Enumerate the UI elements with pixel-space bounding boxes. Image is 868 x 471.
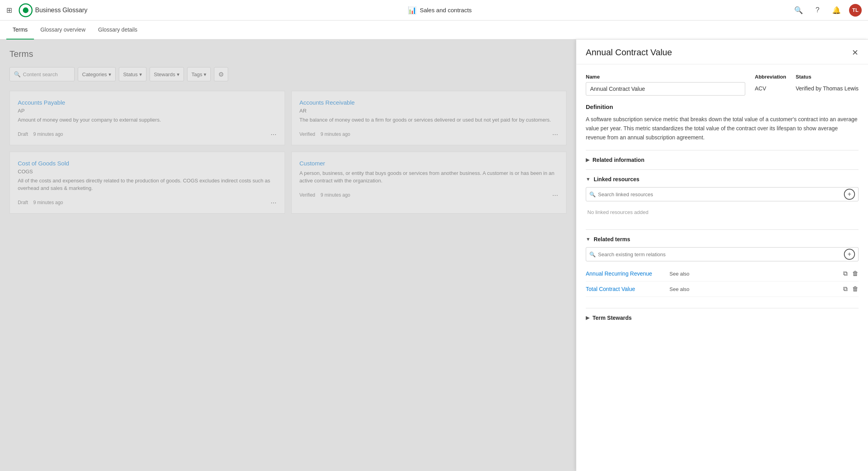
name-value: Annual Contract Value — [586, 82, 745, 96]
add-linked-resource-button[interactable]: + — [844, 189, 855, 200]
term-abbr-accounts-payable: AP — [18, 108, 277, 114]
term-footer-accounts-payable: Draft 9 minutes ago ··· — [18, 130, 277, 139]
help-button[interactable]: ? — [811, 4, 824, 17]
abbreviation-field-group: Abbreviation ACV — [755, 74, 786, 96]
linked-resources-search-input[interactable] — [598, 191, 842, 197]
related-term-actions-arr: ⧉ 🗑 — [843, 270, 859, 277]
delete-icon-tcv[interactable]: 🗑 — [852, 285, 859, 293]
chevron-down-icon: ▾ — [109, 71, 111, 77]
related-information-section: ▶ Related information — [586, 150, 859, 169]
search-linked-icon: 🔍 — [589, 191, 596, 197]
tags-filter[interactable]: Tags ▾ — [187, 67, 211, 81]
term-menu-customer[interactable]: ··· — [552, 191, 558, 199]
related-information-label: Related information — [592, 157, 644, 163]
related-terms-section: ▼ Related terms 🔍 + Annual Recurring Rev… — [586, 229, 859, 308]
status-filter[interactable]: Status ▾ — [119, 67, 146, 81]
term-card-cost-of-goods-sold: Cost of Goods Sold COGS All of the costs… — [9, 152, 285, 214]
nav-center-section: 📊 Sales and contracts — [408, 6, 472, 15]
status-value: Verified by Thomas Lewis — [796, 82, 859, 92]
term-name-accounts-receivable[interactable]: Accounts Receivable — [300, 99, 355, 106]
related-term-actions-tcv: ⧉ 🗑 — [843, 285, 859, 293]
notifications-button[interactable]: 🔔 — [830, 4, 843, 17]
copy-icon-arr[interactable]: ⧉ — [843, 270, 847, 277]
related-term-row-tcv: Total Contract Value See also ⧉ 🗑 — [586, 281, 859, 297]
related-term-relation-tcv: See also — [669, 286, 838, 292]
term-name-customer[interactable]: Customer — [300, 160, 325, 167]
chevron-right-stewards-icon: ▶ — [586, 315, 589, 321]
name-label: Name — [586, 74, 745, 80]
linked-resources-label: Linked resources — [594, 176, 639, 182]
related-terms-label: Related terms — [594, 236, 630, 242]
related-term-name-arr[interactable]: Annual Recurring Revenue — [586, 270, 665, 277]
term-stewards-label: Term Stewards — [592, 315, 632, 321]
chevron-down-icon: ▾ — [139, 71, 142, 77]
content-search-wrap[interactable]: 🔍 — [9, 67, 75, 81]
term-card-accounts-payable: Accounts Payable AP Amount of money owed… — [9, 91, 285, 145]
delete-icon-arr[interactable]: 🗑 — [852, 270, 859, 277]
term-menu-accounts-receivable[interactable]: ··· — [552, 130, 558, 139]
svg-point-1 — [23, 7, 28, 13]
linked-resources-header[interactable]: ▼ Linked resources — [586, 176, 859, 182]
terms-panel: Terms 🔍 Categories ▾ Status ▾ Stewards ▾… — [0, 39, 576, 471]
advanced-filter-button[interactable]: ⚙ — [214, 67, 228, 81]
term-status-accounts-receivable: Verified 9 minutes ago — [300, 131, 351, 137]
categories-filter[interactable]: Categories ▾ — [78, 67, 116, 81]
term-card-accounts-receivable: Accounts Receivable AR The balance of mo… — [291, 91, 567, 145]
add-related-term-button[interactable]: + — [844, 249, 855, 260]
copy-icon-tcv[interactable]: ⧉ — [843, 285, 847, 293]
linked-resources-search-wrap[interactable]: 🔍 + — [586, 187, 859, 201]
definition-text: A software subscription service metric t… — [586, 115, 859, 142]
related-terms-header[interactable]: ▼ Related terms — [586, 236, 859, 242]
term-menu-accounts-payable[interactable]: ··· — [270, 130, 276, 139]
search-icon: 🔍 — [14, 71, 21, 77]
related-terms-body: 🔍 + Annual Recurring Revenue See also ⧉ … — [586, 242, 859, 302]
stewards-filter[interactable]: Stewards ▾ — [150, 67, 184, 81]
chevron-down-icon: ▾ — [177, 71, 180, 77]
linked-resources-section: ▼ Linked resources 🔍 + No linked resourc… — [586, 169, 859, 229]
detail-panel: Annual Contract Value ✕ Name Annual Cont… — [576, 39, 868, 471]
search-related-icon: 🔍 — [589, 251, 596, 257]
terms-grid: Accounts Payable AP Amount of money owed… — [9, 91, 566, 220]
search-nav-button[interactable]: 🔍 — [792, 4, 805, 17]
term-name-cost-of-goods-sold[interactable]: Cost of Goods Sold — [18, 160, 69, 167]
term-desc-accounts-receivable: The balance of money owed to a firm for … — [300, 116, 559, 124]
terms-title: Terms — [9, 49, 566, 59]
filter-icon: ⚙ — [218, 71, 224, 78]
related-terms-search-input[interactable] — [598, 251, 842, 257]
term-menu-cost-of-goods-sold[interactable]: ··· — [270, 199, 276, 207]
field-row-main: Name Annual Contract Value Abbreviation … — [586, 74, 859, 96]
related-term-relation-arr: See also — [669, 271, 838, 277]
chevron-right-icon: ▶ — [586, 157, 589, 163]
term-footer-cost-of-goods-sold: Draft 9 minutes ago ··· — [18, 199, 277, 207]
term-desc-accounts-payable: Amount of money owed by your company to … — [18, 116, 277, 124]
tab-glossary-details[interactable]: Glossary details — [92, 21, 144, 39]
definition-heading: Definition — [586, 103, 859, 110]
term-desc-cost-of-goods-sold: All of the costs and expenses directly r… — [18, 177, 277, 192]
content-search-input[interactable] — [23, 71, 70, 77]
term-status-cost-of-goods-sold: Draft 9 minutes ago — [18, 200, 63, 205]
term-card-customer: Customer A person, business, or entity t… — [291, 152, 567, 214]
chevron-down-linked-icon: ▼ — [586, 176, 591, 182]
term-name-accounts-payable[interactable]: Accounts Payable — [18, 99, 65, 106]
qlik-logo-icon — [19, 3, 33, 17]
term-abbr-cost-of-goods-sold: COGS — [18, 169, 277, 175]
term-stewards-header[interactable]: ▶ Term Stewards — [586, 315, 859, 321]
detail-body: Name Annual Contract Value Abbreviation … — [576, 64, 868, 471]
related-terms-search-wrap[interactable]: 🔍 + — [586, 247, 859, 261]
related-information-header[interactable]: ▶ Related information — [586, 157, 859, 163]
center-section-icon: 📊 — [408, 6, 416, 15]
related-term-name-tcv[interactable]: Total Contract Value — [586, 286, 665, 292]
grid-icon[interactable]: ⊞ — [6, 6, 12, 15]
abbreviation-value: ACV — [755, 82, 786, 92]
main-area: Terms 🔍 Categories ▾ Status ▾ Stewards ▾… — [0, 39, 868, 471]
chevron-down-icon: ▾ — [204, 71, 206, 77]
user-avatar[interactable]: TL — [849, 4, 862, 17]
term-status-accounts-payable: Draft 9 minutes ago — [18, 131, 63, 137]
term-stewards-section: ▶ Term Stewards — [586, 308, 859, 327]
no-resources-text: No linked resources added — [586, 206, 859, 218]
close-button[interactable]: ✕ — [852, 48, 859, 57]
term-footer-accounts-receivable: Verified 9 minutes ago ··· — [300, 130, 559, 139]
tab-glossary-overview[interactable]: Glossary overview — [34, 21, 92, 39]
status-label: Status — [796, 74, 859, 80]
tab-terms[interactable]: Terms — [6, 21, 34, 39]
